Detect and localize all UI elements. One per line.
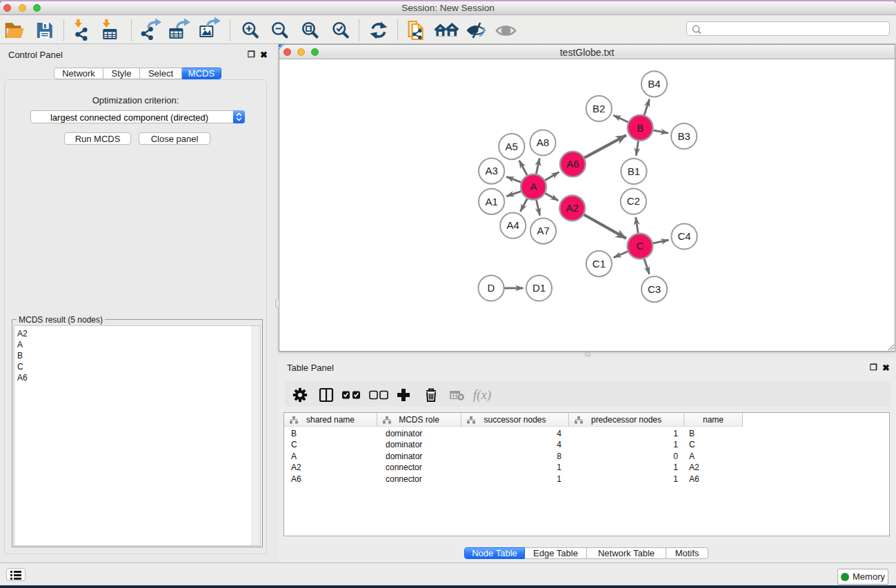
svg-text:A3: A3	[485, 165, 497, 176]
svg-text:C1: C1	[593, 258, 606, 270]
svg-text:B2: B2	[593, 103, 605, 114]
svg-text:C2: C2	[627, 195, 640, 207]
svg-text:D1: D1	[532, 282, 546, 294]
svg-text:A7: A7	[537, 225, 549, 236]
svg-text:B1: B1	[628, 165, 640, 177]
svg-text:f(x): f(x)	[473, 387, 491, 403]
svg-text:B: B	[637, 122, 644, 134]
svg-text:A8: A8	[537, 136, 549, 148]
svg-text:B4: B4	[648, 78, 660, 90]
svg-text:D: D	[488, 282, 495, 294]
svg-text:A1: A1	[485, 196, 497, 207]
svg-text:B3: B3	[677, 130, 690, 142]
svg-text:A2: A2	[566, 202, 579, 214]
svg-text:A: A	[530, 181, 537, 192]
svg-text:A4: A4	[507, 219, 519, 231]
svg-text:A6: A6	[566, 158, 579, 170]
svg-text:A5: A5	[506, 141, 518, 152]
svg-text:C: C	[636, 240, 644, 252]
svg-text:C3: C3	[648, 283, 661, 295]
svg-text:C4: C4	[677, 230, 690, 242]
